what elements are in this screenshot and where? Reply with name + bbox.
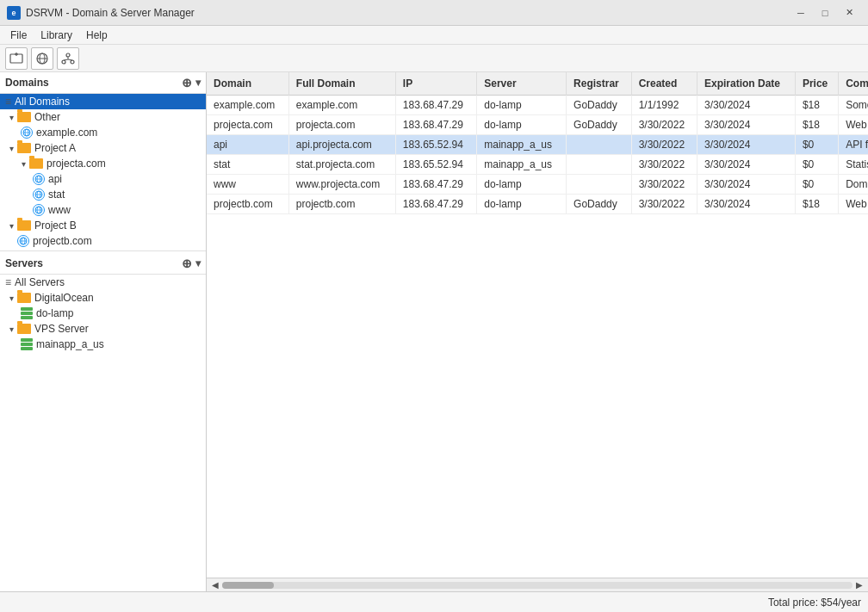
vps-folder-icon xyxy=(17,324,31,334)
stat-label: stat xyxy=(48,189,65,201)
all-domains-item[interactable]: ≡ All Domains xyxy=(0,94,206,109)
maximize-button[interactable]: □ xyxy=(813,4,837,22)
table-row[interactable]: example.comexample.com183.68.47.29do-lam… xyxy=(207,96,868,115)
menu-bar: File Library Help xyxy=(0,26,868,45)
menu-file[interactable]: File xyxy=(3,28,34,43)
table-cell: GoDaddy xyxy=(567,195,632,214)
menu-help[interactable]: Help xyxy=(79,28,115,43)
scroll-right-arrow[interactable]: ▶ xyxy=(852,578,866,592)
col-price: Price xyxy=(795,72,838,96)
table-cell: Web site for the Project B xyxy=(839,195,868,214)
domains-table: Domain Full Domain IP Server Registrar C… xyxy=(207,72,868,214)
table-row[interactable]: projecta.comprojecta.com183.68.47.29do-l… xyxy=(207,115,868,135)
table-cell: do-lamp xyxy=(477,96,567,115)
digitalocean-expand-icon[interactable]: ▾ xyxy=(5,292,17,304)
table-cell: 183.68.47.29 xyxy=(395,96,476,115)
project-a-expand-icon[interactable]: ▾ xyxy=(5,142,17,154)
menu-library[interactable]: Library xyxy=(34,28,79,43)
all-domains-label: All Domains xyxy=(15,96,70,108)
table-cell: 3/30/2022 xyxy=(631,135,697,155)
table-cell: www.projecta.com xyxy=(288,175,395,195)
www-globe-icon xyxy=(33,204,45,216)
api-label: api xyxy=(48,173,62,185)
table-cell: projectb.com xyxy=(288,195,395,214)
example-com-item[interactable]: example.com xyxy=(0,125,206,140)
projecta-com-folder-label: projecta.com xyxy=(46,158,106,170)
scroll-track[interactable] xyxy=(222,582,852,589)
table-cell: $18 xyxy=(795,96,838,115)
domains-label: Domains xyxy=(5,77,182,89)
content-area: Domain Full Domain IP Server Registrar C… xyxy=(207,72,868,591)
table-cell: 3/30/2024 xyxy=(698,175,796,195)
content-scroll[interactable]: Domain Full Domain IP Server Registrar C… xyxy=(207,72,868,578)
mainapp-item[interactable]: mainapp_a_us xyxy=(0,337,206,352)
servers-collapse-button[interactable]: ▾ xyxy=(195,257,201,269)
table-cell: 183.68.47.29 xyxy=(395,195,476,214)
do-lamp-item[interactable]: do-lamp xyxy=(0,306,206,321)
projectb-com-label: projectb.com xyxy=(33,235,92,247)
projectb-com-item[interactable]: projectb.com xyxy=(0,233,206,249)
table-cell xyxy=(567,175,632,195)
table-cell: $0 xyxy=(795,135,838,155)
www-item[interactable]: www xyxy=(0,202,206,218)
project-a-folder-item[interactable]: ▾ Project A xyxy=(0,140,206,156)
other-expand-icon[interactable]: ▾ xyxy=(5,111,17,123)
table-cell: 3/30/2024 xyxy=(698,135,796,155)
table-row[interactable]: wwwwww.projecta.com183.68.47.29do-lamp3/… xyxy=(207,175,868,195)
project-b-folder-label: Project B xyxy=(34,219,77,232)
table-cell: mainapp_a_us xyxy=(477,135,567,155)
table-cell: 3/30/2024 xyxy=(698,96,796,115)
stat-item[interactable]: stat xyxy=(0,187,206,202)
app-title: DSRVM - Domain & Server Manager xyxy=(26,7,789,19)
project-b-folder-icon xyxy=(17,220,31,231)
total-price-label: Total price: $54/year xyxy=(768,597,861,609)
api-item[interactable]: api xyxy=(0,171,206,187)
all-servers-label: All Servers xyxy=(15,276,65,288)
table-cell: $0 xyxy=(795,155,838,175)
table-row[interactable]: apiapi.projecta.com183.65.52.94mainapp_a… xyxy=(207,135,868,155)
all-servers-item[interactable]: ≡ All Servers xyxy=(0,275,206,290)
projecta-expand-icon[interactable]: ▾ xyxy=(17,158,29,170)
projecta-com-folder-item[interactable]: ▾ projecta.com xyxy=(0,156,206,171)
table-cell: do-lamp xyxy=(477,175,567,195)
table-cell: api.projecta.com xyxy=(288,135,395,155)
table-row[interactable]: projectb.comprojectb.com183.68.47.29do-l… xyxy=(207,195,868,214)
horizontal-scrollbar[interactable]: ◀ ▶ xyxy=(207,578,868,591)
table-cell: example.com xyxy=(207,96,288,115)
table-cell: GoDaddy xyxy=(567,115,632,135)
scroll-thumb[interactable] xyxy=(222,582,274,589)
domains-section-header: Domains ⊕ ▾ xyxy=(0,72,206,94)
network-button[interactable] xyxy=(57,47,79,70)
col-domain: Domain xyxy=(207,72,288,96)
window-controls: ─ □ ✕ xyxy=(789,4,861,22)
project-b-expand-icon[interactable]: ▾ xyxy=(5,219,17,232)
vps-server-folder-item[interactable]: ▾ VPS Server xyxy=(0,321,206,337)
table-cell: Web site for the Project A xyxy=(839,115,868,135)
svg-line-11 xyxy=(68,59,72,60)
project-a-folder-label: Project A xyxy=(34,142,76,154)
scroll-left-arrow[interactable]: ◀ xyxy=(208,578,222,592)
globe-button[interactable] xyxy=(31,47,53,70)
table-cell xyxy=(567,155,632,175)
other-folder-item[interactable]: ▾ Other xyxy=(0,109,206,125)
digitalocean-folder-item[interactable]: ▾ DigitalOcean xyxy=(0,290,206,306)
close-button[interactable]: ✕ xyxy=(837,4,861,22)
table-cell: $18 xyxy=(795,115,838,135)
minimize-button[interactable]: ─ xyxy=(789,4,813,22)
table-cell: $0 xyxy=(795,175,838,195)
domains-collapse-button[interactable]: ▾ xyxy=(195,77,201,89)
table-row[interactable]: statstat.projecta.com183.65.52.94mainapp… xyxy=(207,155,868,175)
servers-add-button[interactable]: ⊕ xyxy=(182,257,192,270)
table-cell: stat xyxy=(207,155,288,175)
vps-expand-icon[interactable]: ▾ xyxy=(5,323,17,335)
add-domain-button[interactable] xyxy=(5,47,28,70)
table-cell: 183.65.52.94 xyxy=(395,155,476,175)
table-cell: do-lamp xyxy=(477,195,567,214)
table-cell: 183.68.47.29 xyxy=(395,175,476,195)
app-icon: e xyxy=(7,6,21,20)
col-server: Server xyxy=(477,72,567,96)
do-lamp-server-icon xyxy=(21,307,33,319)
other-folder-label: Other xyxy=(34,111,60,123)
project-b-folder-item[interactable]: ▾ Project B xyxy=(0,218,206,233)
domains-add-button[interactable]: ⊕ xyxy=(182,76,192,90)
